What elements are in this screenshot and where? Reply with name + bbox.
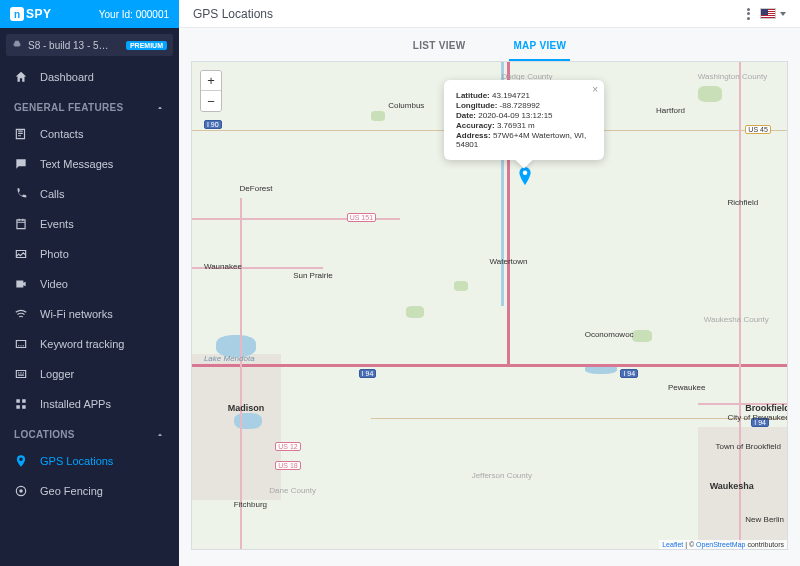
nav-photo[interactable]: Photo: [0, 239, 179, 269]
nav-events[interactable]: Events: [0, 209, 179, 239]
geo-icon: [14, 484, 28, 498]
nav-label: Logger: [40, 368, 74, 380]
android-icon: [12, 39, 22, 51]
nav-section-locations[interactable]: LOCATIONS: [0, 419, 179, 446]
keyword-icon: [14, 337, 28, 351]
nav-geo-fencing[interactable]: Geo Fencing: [0, 476, 179, 506]
sidebar-brand-bar: n SPY Your Id: 000001: [0, 0, 179, 28]
brand-logo[interactable]: n SPY: [10, 7, 52, 21]
nav-label: Contacts: [40, 128, 83, 140]
osm-link[interactable]: OpenStreetMap: [696, 541, 745, 548]
zoom-control: + −: [200, 70, 222, 112]
photo-icon: [14, 247, 28, 261]
map-pin-icon[interactable]: [518, 167, 532, 181]
nav-wifi[interactable]: Wi-Fi networks: [0, 299, 179, 329]
chevron-up-icon: [155, 103, 165, 113]
tab-list-view[interactable]: LIST VIEW: [409, 40, 470, 61]
nav-label: Dashboard: [40, 71, 94, 83]
gps-icon: [14, 454, 28, 468]
events-icon: [14, 217, 28, 231]
nav-keyword[interactable]: Keyword tracking: [0, 329, 179, 359]
flag-us-icon: [760, 8, 776, 19]
brand-mark-icon: n: [10, 7, 24, 21]
nav-gps-locations[interactable]: GPS Locations: [0, 446, 179, 476]
nav-label: Calls: [40, 188, 64, 200]
device-name: S8 - build 13 - 5…: [28, 40, 109, 51]
language-selector[interactable]: [760, 8, 786, 19]
calls-icon: [14, 187, 28, 201]
nav-label: Text Messages: [40, 158, 113, 170]
nav-label: Installed APPs: [40, 398, 111, 410]
contacts-icon: [14, 127, 28, 141]
wifi-icon: [14, 307, 28, 321]
nav-label: Geo Fencing: [40, 485, 103, 497]
nav-label: Video: [40, 278, 68, 290]
brand-name: SPY: [26, 7, 52, 21]
nav-label: Photo: [40, 248, 69, 260]
nav-label: GPS Locations: [40, 455, 113, 467]
page-title: GPS Locations: [193, 7, 273, 21]
menu-kebab-icon[interactable]: [747, 8, 750, 20]
nav-contacts[interactable]: Contacts: [0, 119, 179, 149]
video-icon: [14, 277, 28, 291]
nav-label: Events: [40, 218, 74, 230]
svg-point-1: [19, 489, 23, 493]
nav-calls[interactable]: Calls: [0, 179, 179, 209]
home-icon: [14, 70, 28, 84]
tab-map-view[interactable]: MAP VIEW: [509, 40, 570, 61]
nav-section-general[interactable]: GENERAL FEATURES: [0, 92, 179, 119]
nav-logger[interactable]: Logger: [0, 359, 179, 389]
main-content: GPS Locations LIST VIEW MAP VIEW: [179, 0, 800, 566]
svg-point-2: [523, 170, 528, 175]
map-attribution: Leaflet | © OpenStreetMap contributors: [659, 540, 787, 549]
zoom-in-button[interactable]: +: [201, 71, 221, 91]
map[interactable]: I 90 I 94 I 94 I 94 US 151 US 12 US 18 U…: [191, 61, 788, 550]
nav-video[interactable]: Video: [0, 269, 179, 299]
nav-messages[interactable]: Text Messages: [0, 149, 179, 179]
caret-down-icon: [780, 12, 786, 16]
sidebar: n SPY Your Id: 000001 S8 - build 13 - 5……: [0, 0, 179, 566]
view-tabs: LIST VIEW MAP VIEW: [179, 28, 800, 61]
nav-dashboard[interactable]: Dashboard: [0, 62, 179, 92]
nav-label: Keyword tracking: [40, 338, 124, 350]
premium-badge: PREMIUM: [126, 41, 167, 50]
messages-icon: [14, 157, 28, 171]
leaflet-link[interactable]: Leaflet: [662, 541, 683, 548]
close-icon[interactable]: ×: [592, 84, 598, 95]
user-id-label: Your Id: 000001: [99, 9, 169, 20]
device-selector[interactable]: S8 - build 13 - 5… PREMIUM: [6, 34, 173, 56]
nav-apps[interactable]: Installed APPs: [0, 389, 179, 419]
apps-icon: [14, 397, 28, 411]
location-popup: × Latitude: 43.194721 Longitude: -88.728…: [444, 80, 604, 160]
logger-icon: [14, 367, 28, 381]
nav-label: Wi-Fi networks: [40, 308, 113, 320]
zoom-out-button[interactable]: −: [201, 91, 221, 111]
chevron-up-icon: [155, 430, 165, 440]
topbar: GPS Locations: [179, 0, 800, 28]
